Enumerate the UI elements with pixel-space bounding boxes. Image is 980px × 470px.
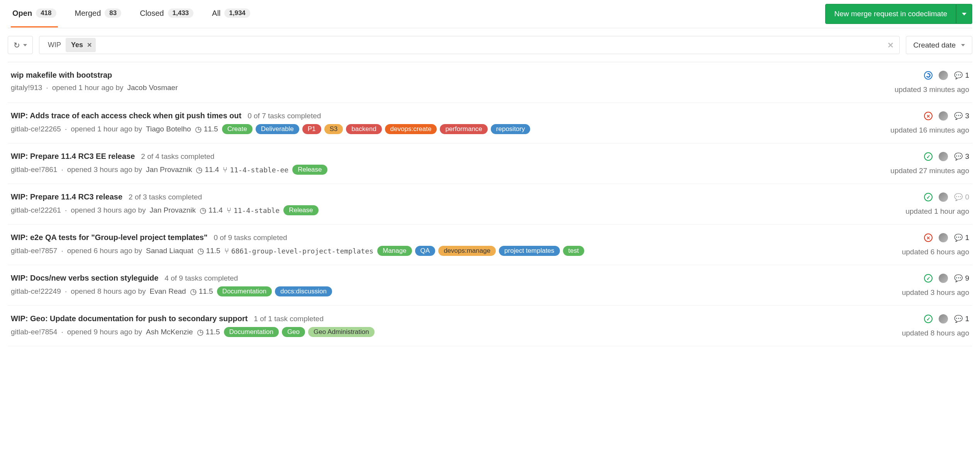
- tab-all[interactable]: All 1,934: [210, 1, 252, 27]
- tab-open[interactable]: Open 418: [11, 1, 58, 27]
- mr-meta-line: gitlab-ee!7857·opened 6 hours ago bySana…: [11, 246, 584, 256]
- pipeline-status-passed-icon[interactable]: [924, 152, 933, 161]
- mr-reference[interactable]: gitlab-ce!22249: [11, 287, 61, 296]
- mr-reference[interactable]: gitlab-ce!22265: [11, 125, 61, 133]
- merge-request-row: wip makefile with bootstrapgitaly!913·op…: [8, 62, 972, 103]
- comments-link[interactable]: 💬3: [954, 152, 969, 161]
- author-link[interactable]: Evan Read: [150, 287, 186, 296]
- new-merge-request-button[interactable]: New merge request in codeclimate: [825, 4, 956, 24]
- author-link[interactable]: Ash McKenzie: [146, 328, 193, 336]
- mr-reference[interactable]: gitlab-ee!7854: [11, 328, 57, 336]
- pipeline-status-failed-icon[interactable]: [924, 233, 933, 242]
- milestone[interactable]: 11.5: [197, 327, 220, 337]
- branch-name: 11-4-stable: [234, 206, 280, 215]
- mr-title-link[interactable]: WIP: Docs/new verbs section styleguide: [11, 274, 158, 283]
- label-chip[interactable]: devops:create: [385, 124, 437, 134]
- comments-link[interactable]: 💬9: [954, 274, 969, 283]
- recent-searches-button[interactable]: [8, 36, 33, 54]
- mr-title-link[interactable]: WIP: Prepare 11.4 RC3 release: [11, 192, 122, 201]
- pipeline-status-passed-icon[interactable]: [924, 315, 933, 323]
- mr-title-link[interactable]: WIP: Adds trace of each access check whe…: [11, 111, 241, 120]
- comments-link[interactable]: 💬1: [954, 315, 969, 323]
- author-link[interactable]: Jan Provaznik: [150, 206, 196, 215]
- author-link[interactable]: Jan Provaznik: [146, 165, 192, 174]
- assignee-avatar[interactable]: [939, 192, 948, 202]
- mr-reference[interactable]: gitlab-ee!7861: [11, 165, 57, 174]
- assignee-avatar[interactable]: [939, 314, 948, 324]
- label-chip[interactable]: Deliverable: [256, 124, 299, 134]
- target-branch[interactable]: 6861-group-level-project-templates: [224, 246, 373, 255]
- comments-link[interactable]: 💬0: [954, 193, 969, 201]
- pipeline-status-passed-icon[interactable]: [924, 274, 933, 283]
- label-chip[interactable]: Documentation: [217, 286, 272, 296]
- label-chip[interactable]: P1: [302, 124, 321, 134]
- label-chip[interactable]: devops:manage: [438, 246, 496, 256]
- opened-text: opened 1 hour ago by: [52, 83, 124, 92]
- assignee-avatar[interactable]: [939, 233, 948, 242]
- label-chip[interactable]: docs:discussion: [275, 286, 332, 296]
- label-chip[interactable]: Geo Administration: [308, 327, 375, 337]
- milestone-label: 11.5: [206, 247, 220, 255]
- mr-reference[interactable]: gitlab-ce!22261: [11, 206, 61, 215]
- label-chip[interactable]: test: [563, 246, 584, 256]
- author-link[interactable]: Jacob Vosmaer: [127, 83, 178, 92]
- pipeline-status-failed-icon[interactable]: [924, 112, 933, 120]
- label-chip[interactable]: S3: [324, 124, 343, 134]
- label-chip[interactable]: backend: [346, 124, 381, 134]
- mr-reference[interactable]: gitlab-ee!7857: [11, 247, 57, 255]
- comments-link[interactable]: 💬1: [954, 233, 969, 242]
- new-merge-request-group: New merge request in codeclimate: [825, 4, 972, 24]
- milestone[interactable]: 11.5: [190, 287, 213, 296]
- label-chip[interactable]: Release: [292, 165, 327, 175]
- mr-title-link[interactable]: WIP: e2e QA tests for "Group-level proje…: [11, 233, 207, 242]
- remove-token-icon[interactable]: ✕: [87, 41, 92, 49]
- filter-token[interactable]: WIP Yes ✕: [43, 38, 96, 52]
- milestone[interactable]: 11.5: [197, 246, 220, 255]
- label-chip[interactable]: Release: [283, 205, 318, 215]
- milestone[interactable]: 11.5: [195, 124, 218, 134]
- tab-open-count: 418: [36, 9, 56, 18]
- label-chip[interactable]: Geo: [282, 327, 305, 337]
- clear-search-icon[interactable]: ✕: [887, 41, 894, 50]
- label-chip[interactable]: project templates: [499, 246, 560, 256]
- comments-link[interactable]: 💬3: [954, 112, 969, 120]
- mr-title-line: WIP: Prepare 11.4 RC3 release2 of 3 task…: [11, 192, 319, 201]
- mr-title-link[interactable]: wip makefile with bootstrap: [11, 71, 112, 80]
- mr-title-line: WIP: Docs/new verbs section styleguide4 …: [11, 274, 332, 283]
- mr-reference[interactable]: gitaly!913: [11, 83, 42, 92]
- label-chip[interactable]: Create: [222, 124, 253, 134]
- assignee-avatar[interactable]: [939, 111, 948, 121]
- assignee-avatar[interactable]: [939, 152, 948, 161]
- sort-dropdown[interactable]: Created date: [906, 36, 972, 54]
- label-chip[interactable]: performance: [440, 124, 487, 134]
- target-branch[interactable]: 11-4-stable: [227, 206, 280, 215]
- tab-closed[interactable]: Closed 1,433: [138, 1, 195, 27]
- pipeline-status-running-icon[interactable]: [924, 71, 933, 80]
- mr-title-link[interactable]: WIP: Geo: Update documentation for push …: [11, 314, 248, 323]
- author-link[interactable]: Sanad Liaquat: [146, 247, 193, 255]
- tab-merged[interactable]: Merged 83: [73, 1, 123, 27]
- comments-link[interactable]: 💬1: [954, 71, 969, 80]
- milestone[interactable]: 11.4: [200, 206, 223, 215]
- filter-search-input[interactable]: WIP Yes ✕ ✕: [39, 36, 900, 54]
- target-branch[interactable]: 11-4-stable-ee: [223, 165, 288, 174]
- assignee-avatar[interactable]: [939, 274, 948, 283]
- mr-sidebar: 💬0updated 1 hour ago: [853, 192, 969, 216]
- milestone[interactable]: 11.4: [196, 165, 219, 174]
- label-chip[interactable]: Documentation: [224, 327, 279, 337]
- pipeline-status-passed-icon[interactable]: [924, 193, 933, 201]
- label-chip[interactable]: QA: [415, 246, 436, 256]
- comments-icon: 💬: [954, 233, 963, 242]
- separator: ·: [61, 165, 63, 174]
- opened-text: opened 8 hours ago by: [71, 287, 146, 296]
- label-chip[interactable]: repository: [491, 124, 531, 134]
- mr-title-link[interactable]: WIP: Prepare 11.4 RC3 EE release: [11, 152, 135, 161]
- comments-count: 1: [965, 233, 969, 242]
- mr-meta-line: gitlab-ee!7861·opened 3 hours ago byJan …: [11, 165, 327, 175]
- author-link[interactable]: Tiago Botelho: [146, 125, 191, 133]
- mr-meta-line: gitlab-ce!22261·opened 3 hours ago byJan…: [11, 205, 319, 215]
- mr-title-line: wip makefile with bootstrap: [11, 71, 178, 80]
- new-merge-request-dropdown[interactable]: [956, 4, 972, 24]
- label-chip[interactable]: Manage: [377, 246, 412, 256]
- assignee-avatar[interactable]: [939, 71, 948, 80]
